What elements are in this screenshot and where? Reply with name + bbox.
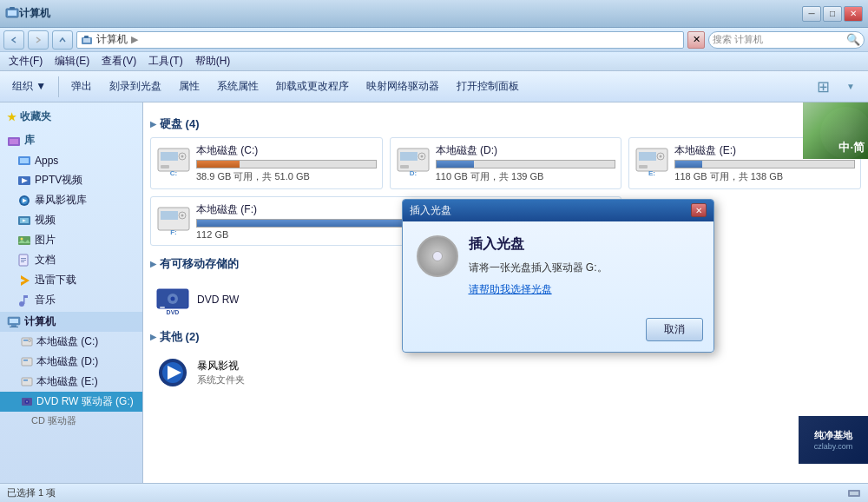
sidebar-drive-c[interactable]: 本地磁盘 (C:) <box>0 332 142 352</box>
address-clear-button[interactable]: ✕ <box>687 31 705 49</box>
sidebar-item-pptv[interactable]: PPTV视频 <box>0 170 142 190</box>
svg-rect-22 <box>21 258 26 259</box>
sidebar-favorites-section: ★ 收藏夹 <box>0 106 142 128</box>
search-icon: 🔍 <box>846 33 860 46</box>
insert-disc-dialog: 插入光盘 ✕ 插入光盘 请将一张光盘插入驱动器 G:。 请帮助我选择光盘 取消 <box>402 199 714 353</box>
sidebar-item-pptv-label: PPTV视频 <box>35 173 82 188</box>
sidebar-computer-header[interactable]: 计算机 <box>0 312 142 332</box>
drive-d-item[interactable]: D: 本地磁盘 (D:) 110 GB 可用，共 139 GB <box>390 137 622 189</box>
toolbar: 组织 ▼ 弹出 刻录到光盘 属性 系统属性 卸载或更改程序 映射网络驱动器 打开… <box>0 71 868 102</box>
drive-e-bar <box>675 161 702 168</box>
music-icon <box>17 294 31 307</box>
svg-point-58 <box>660 155 662 158</box>
dvd-info: DVD RW <box>197 294 239 306</box>
computer-icon <box>7 315 21 329</box>
drive-c-bar-container <box>196 160 377 168</box>
decoration-text: 中·简 <box>838 140 865 155</box>
drive-d-icon <box>21 356 33 368</box>
toolbar-burn[interactable]: 刻录到光盘 <box>102 75 168 99</box>
menu-help[interactable]: 帮助(H) <box>190 52 236 70</box>
svg-point-46 <box>181 155 184 158</box>
address-path[interactable]: 计算机 ▶ <box>76 31 684 49</box>
sidebar-computer-section: 计算机 本地磁盘 (C:) 本地磁盘 (D:) <box>0 312 142 430</box>
sidebar-item-xunlei[interactable]: 迅雷下载 <box>0 270 142 290</box>
svg-point-68 <box>171 297 175 301</box>
dialog-help-link[interactable]: 请帮助我选择光盘 <box>469 283 552 295</box>
dialog-footer: 取消 <box>403 311 713 352</box>
svg-rect-36 <box>22 358 32 366</box>
sidebar-item-video-label: 视频 <box>35 213 56 228</box>
svg-rect-18 <box>18 236 30 245</box>
dialog-message: 请将一张光盘插入驱动器 G:。 <box>469 261 700 275</box>
menu-edit[interactable]: 编辑(E) <box>49 52 95 70</box>
svg-rect-53 <box>400 165 409 168</box>
sidebar: ★ 收藏夹 库 Apps <box>0 102 143 483</box>
drive-d-info: 本地磁盘 (D:) 110 GB 可用，共 139 GB <box>436 143 616 183</box>
drive-d-name: 本地磁盘 (D:) <box>436 143 616 158</box>
dvd-icon-small <box>21 396 33 408</box>
close-button[interactable]: ✕ <box>844 6 863 22</box>
title-bar-text: 计算机 <box>19 6 802 21</box>
svg-rect-59 <box>639 165 648 168</box>
svg-rect-34 <box>23 340 28 341</box>
toolbar-uninstall[interactable]: 卸载或更改程序 <box>269 75 356 99</box>
dvd-name: DVD RW <box>197 294 239 306</box>
sidebar-item-xunlei-label: 迅雷下载 <box>35 273 76 287</box>
toolbar-eject[interactable]: 弹出 <box>64 75 99 99</box>
drive-c-icon-large: C: <box>156 143 191 178</box>
toolbar-organize[interactable]: 组织 ▼ <box>5 75 53 99</box>
svg-rect-7 <box>10 139 18 144</box>
drive-e-size: 118 GB 可用，共 138 GB <box>674 170 855 183</box>
svg-text:F:: F: <box>170 228 177 236</box>
search-placeholder: 搜索 计算机 <box>713 33 846 46</box>
section-other-label: 其他 (2) <box>160 329 200 345</box>
menu-bar: 文件(F) 编辑(E) 查看(V) 工具(T) 帮助(H) <box>0 52 868 71</box>
sidebar-dvd-g[interactable]: DVD RW 驱动器 (G:) <box>0 392 142 412</box>
sidebar-item-documents-label: 文档 <box>35 253 56 268</box>
menu-view[interactable]: 查看(V) <box>96 52 141 70</box>
drive-e-bar-container <box>674 160 855 168</box>
svg-rect-39 <box>23 380 28 381</box>
sidebar-item-stormplayer[interactable]: 暴风影视库 <box>0 190 142 210</box>
sidebar-item-music[interactable]: 音乐 <box>0 290 142 310</box>
drive-d-size: 110 GB 可用，共 139 GB <box>436 170 616 183</box>
minimize-button[interactable]: ─ <box>802 6 821 22</box>
sidebar-item-video[interactable]: 视频 <box>0 210 142 230</box>
sidebar-favorites-label: 收藏夹 <box>20 109 51 124</box>
svg-rect-31 <box>11 325 16 327</box>
view-toggle-button[interactable]: ⊞ <box>811 75 835 99</box>
sidebar-library-header: 库 <box>0 129 142 151</box>
title-bar-icon <box>5 5 19 22</box>
svg-rect-1 <box>8 10 16 16</box>
svg-marker-25 <box>21 275 30 286</box>
dialog-cancel-button[interactable]: 取消 <box>646 318 703 341</box>
svg-rect-2 <box>10 7 15 10</box>
drive-e-icon <box>21 376 33 388</box>
toolbar-sysinfo[interactable]: 系统属性 <box>210 75 266 99</box>
sidebar-drive-e[interactable]: 本地磁盘 (E:) <box>0 372 142 392</box>
toolbar-properties[interactable]: 属性 <box>172 75 207 99</box>
forward-button[interactable] <box>28 30 49 50</box>
view-dropdown-button[interactable]: ▼ <box>838 75 863 99</box>
section-hard-disk: 硬盘 (4) <box>150 116 861 132</box>
drive-c-item[interactable]: C: 本地磁盘 (C:) 38.9 GB 可用，共 51.0 GB <box>150 137 383 189</box>
sidebar-item-apps[interactable]: Apps <box>0 151 142 170</box>
svg-text:D:: D: <box>409 169 416 177</box>
separator-1 <box>58 76 59 97</box>
toolbar-controlpanel[interactable]: 打开控制面板 <box>450 75 526 99</box>
menu-file[interactable]: 文件(F) <box>3 52 48 70</box>
toolbar-mapnetwork[interactable]: 映射网络驱动器 <box>359 75 446 99</box>
main-layout: ★ 收藏夹 库 Apps <box>0 102 868 483</box>
menu-tools[interactable]: 工具(T) <box>143 52 187 70</box>
dialog-close-button[interactable]: ✕ <box>691 203 707 217</box>
sidebar-drive-d[interactable]: 本地磁盘 (D:) <box>0 352 142 372</box>
up-button[interactable] <box>52 30 73 50</box>
sidebar-item-pictures[interactable]: 图片 <box>0 230 142 250</box>
status-text: 已选择 1 项 <box>7 486 56 499</box>
svg-text:E:: E: <box>648 169 655 177</box>
maximize-button[interactable]: □ <box>823 6 842 22</box>
other-item-stormplayer[interactable]: 暴风影视 系统文件夹 <box>150 350 861 395</box>
back-button[interactable] <box>3 30 24 50</box>
sidebar-item-documents[interactable]: 文档 <box>0 250 142 270</box>
apps-icon <box>17 154 31 168</box>
